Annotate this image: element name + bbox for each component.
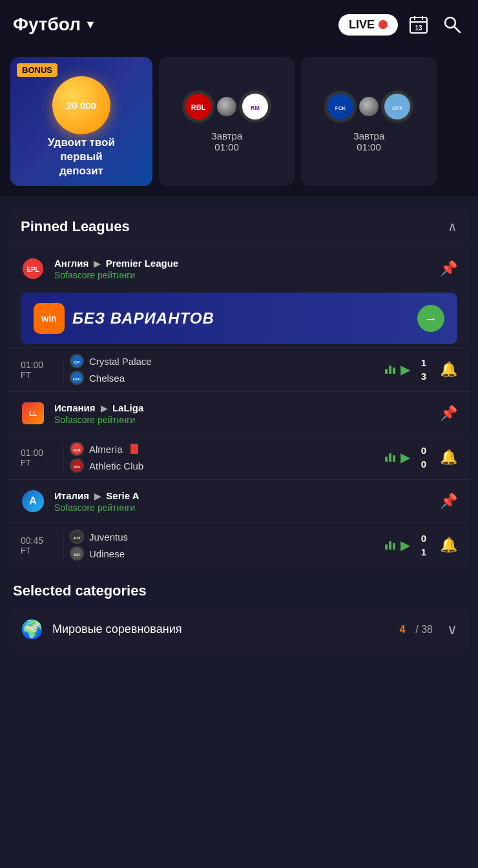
match-logos-1: RBL RM bbox=[182, 90, 271, 123]
search-button[interactable] bbox=[439, 12, 465, 37]
match-row-laliga-1[interactable]: 01:00 FT ALM Almería bbox=[8, 435, 470, 479]
banner-row: BONUS 20 000 Удвоит твой первый депозит … bbox=[0, 49, 478, 196]
bell-icon-2[interactable]: 🔔 bbox=[440, 449, 457, 466]
stats-bars-icon-2[interactable] bbox=[385, 453, 395, 462]
match-time-1: Завтра 01:00 bbox=[211, 130, 243, 152]
svg-text:CP: CP bbox=[74, 360, 79, 364]
score-col-2: 0 0 bbox=[417, 445, 431, 470]
match-time-display-2: 01:00 bbox=[21, 448, 56, 458]
league-row-laliga[interactable]: LL Испания ▶ LaLiga Sofascore рейтинги 📌 bbox=[8, 391, 470, 435]
collapse-icon[interactable]: ∧ bbox=[448, 219, 457, 234]
score-col-1: 1 3 bbox=[417, 357, 431, 382]
soccer-ball-1 bbox=[217, 97, 236, 116]
teams-col-3: JUV Juventus UDI Udinese bbox=[70, 530, 379, 561]
crystal-palace-badge: CP bbox=[70, 354, 84, 368]
laliga-league-name: Испания ▶ LaLiga bbox=[54, 402, 431, 413]
match-time-col-2: 01:00 FT bbox=[21, 448, 56, 468]
svg-line-6 bbox=[454, 26, 460, 32]
teams-col-1: CP Crystal Palace CFC Chelsea bbox=[70, 354, 379, 385]
serie-a-league-info: Италия ▶ Serie A Sofascore рейтинги bbox=[54, 490, 431, 513]
league-row-epl[interactable]: EPL Англия ▶ Premier League Sofascore ре… bbox=[8, 247, 470, 290]
pinned-leagues-header[interactable]: Pinned Leagues ∧ bbox=[8, 207, 470, 247]
divider-2 bbox=[63, 442, 63, 472]
match-row-epl-1[interactable]: 01:00 FT CP Crystal Palace bbox=[8, 347, 470, 391]
world-cat-badge: 4 bbox=[399, 624, 405, 636]
epl-league-info: Англия ▶ Premier League Sofascore рейтин… bbox=[54, 258, 431, 280]
serie-a-pin-icon[interactable]: 📌 bbox=[440, 493, 457, 510]
match-card-2[interactable]: FCK CITY Завтра 01:00 bbox=[301, 57, 437, 186]
svg-text:CFC: CFC bbox=[73, 377, 81, 381]
svg-text:ATH: ATH bbox=[74, 465, 80, 469]
soccer-ball-2 bbox=[359, 97, 379, 116]
team-row-juventus: JUV Juventus bbox=[70, 530, 379, 544]
score-home-3: 0 bbox=[421, 533, 426, 544]
serie-a-logo: A bbox=[22, 490, 44, 512]
team-row-athletic: ATH Athletic Club bbox=[70, 459, 379, 473]
stats-bars-icon-1[interactable] bbox=[385, 366, 395, 374]
live-button[interactable]: LIVE bbox=[338, 14, 398, 36]
sport-title: Футбол bbox=[13, 14, 81, 35]
world-icon: 🌍 bbox=[21, 619, 43, 640]
play-icon-1[interactable]: ▶ bbox=[400, 362, 410, 377]
almeria-badge: ALM bbox=[70, 442, 84, 456]
svg-text:CITY: CITY bbox=[392, 106, 402, 110]
pinned-leagues-title: Pinned Leagues bbox=[21, 218, 130, 235]
calendar-button[interactable]: 13 bbox=[406, 12, 431, 37]
laliga-league-icon: LL bbox=[21, 401, 45, 426]
league-row-serie-a[interactable]: A Италия ▶ Serie A Sofascore рейтинги 📌 bbox=[8, 479, 470, 522]
udinese-badge: UDI bbox=[70, 546, 84, 561]
epl-pin-icon[interactable]: 📌 bbox=[440, 260, 457, 277]
stats-bars-icon-3[interactable] bbox=[385, 541, 395, 550]
selected-categories-title: Selected categories bbox=[8, 583, 470, 607]
selected-categories-section: Selected categories 🌍 Мировые соревнован… bbox=[0, 572, 478, 657]
world-competitions-row[interactable]: 🌍 Мировые соревнования 4 / 38 ∨ bbox=[8, 607, 470, 652]
match-logos-2: FCK CITY bbox=[324, 90, 413, 123]
chelsea-badge: CFC bbox=[70, 371, 84, 385]
athletic-badge: ATH bbox=[70, 459, 84, 473]
bell-icon-3[interactable]: 🔔 bbox=[440, 537, 457, 553]
play-icon-2[interactable]: ▶ bbox=[400, 450, 410, 465]
divider-3 bbox=[63, 530, 63, 560]
bonus-card[interactable]: BONUS 20 000 Удвоит твой первый депозит bbox=[10, 57, 152, 186]
svg-text:FCK: FCK bbox=[335, 105, 346, 111]
score-home-1: 1 bbox=[421, 357, 426, 368]
laliga-pin-icon[interactable]: 📌 bbox=[440, 405, 457, 422]
ad-text: БЕЗ ВАРИАНТОВ bbox=[72, 309, 410, 327]
laliga-league-sub: Sofascore рейтинги bbox=[54, 415, 431, 425]
match-time-col-3: 00:45 FT bbox=[21, 535, 56, 555]
win-logo: win bbox=[34, 303, 65, 334]
main-content: Pinned Leagues ∧ EPL Англия ▶ Premier Le… bbox=[0, 196, 478, 662]
svg-text:EPL: EPL bbox=[26, 266, 39, 273]
match-row-serie-a-1[interactable]: 00:45 FT JUV Juventus bbox=[8, 522, 470, 567]
laliga-league-info: Испания ▶ LaLiga Sofascore рейтинги bbox=[54, 402, 431, 425]
divider-1 bbox=[63, 355, 63, 384]
match-time-2: Завтра 01:00 bbox=[353, 130, 385, 152]
team-logo-mancity: CITY bbox=[381, 90, 413, 123]
juventus-badge: JUV bbox=[70, 530, 84, 544]
bonus-text: Удвоит твой первый депозит bbox=[48, 136, 115, 178]
score-away-1: 3 bbox=[421, 371, 426, 382]
header-title-area[interactable]: Футбол ▼ bbox=[13, 14, 331, 35]
score-away-3: 1 bbox=[421, 546, 426, 557]
score-away-2: 0 bbox=[421, 459, 426, 470]
bell-icon-1[interactable]: 🔔 bbox=[440, 361, 457, 378]
ad-arrow-icon[interactable]: → bbox=[417, 305, 444, 332]
header: Футбол ▼ LIVE 13 bbox=[0, 0, 478, 49]
play-icon-3[interactable]: ▶ bbox=[400, 537, 410, 553]
team-logo-leipzig: RBL bbox=[182, 90, 214, 123]
svg-text:UDI: UDI bbox=[74, 553, 80, 557]
ad-banner[interactable]: win БЕЗ ВАРИАНТОВ → bbox=[21, 293, 457, 344]
svg-text:RM: RM bbox=[251, 105, 260, 111]
svg-text:JUV: JUV bbox=[73, 536, 81, 540]
match-card-1[interactable]: RBL RM Завтра 01:00 bbox=[159, 57, 295, 186]
match-status-1: FT bbox=[21, 370, 56, 380]
epl-league-icon: EPL bbox=[21, 256, 45, 281]
world-cat-chevron-icon[interactable]: ∨ bbox=[447, 621, 457, 638]
team-logo-copenhagen: FCK bbox=[324, 90, 357, 123]
epl-league-sub: Sofascore рейтинги bbox=[54, 270, 431, 280]
team-row-almeria: ALM Almería bbox=[70, 442, 379, 456]
live-label: LIVE bbox=[349, 18, 375, 32]
serie-a-league-icon: A bbox=[21, 489, 45, 513]
epl-league-name: Англия ▶ Premier League bbox=[54, 258, 431, 269]
sport-chevron-icon[interactable]: ▼ bbox=[85, 18, 96, 32]
